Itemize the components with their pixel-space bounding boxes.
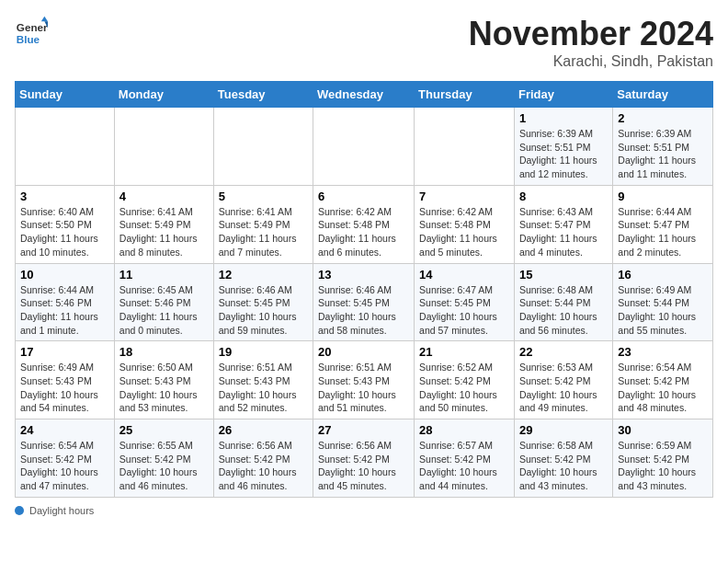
- calendar-cell: 2Sunrise: 6:39 AM Sunset: 5:51 PM Daylig…: [613, 108, 713, 186]
- day-info: Sunrise: 6:44 AM Sunset: 5:47 PM Dayligh…: [618, 205, 708, 259]
- day-info: Sunrise: 6:51 AM Sunset: 5:43 PM Dayligh…: [219, 361, 308, 415]
- day-info: Sunrise: 6:55 AM Sunset: 5:42 PM Dayligh…: [119, 439, 209, 493]
- calendar-cell: [415, 108, 515, 186]
- day-number: 24: [20, 423, 109, 437]
- day-info: Sunrise: 6:42 AM Sunset: 5:48 PM Dayligh…: [419, 205, 509, 259]
- svg-text:Blue: Blue: [17, 33, 40, 45]
- day-info: Sunrise: 6:49 AM Sunset: 5:43 PM Dayligh…: [20, 361, 109, 415]
- day-number: 1: [519, 111, 608, 125]
- page-header: General Blue November 2024 Karachi, Sind…: [15, 15, 713, 70]
- day-number: 30: [618, 423, 708, 437]
- calendar-cell: 16Sunrise: 6:49 AM Sunset: 5:44 PM Dayli…: [613, 263, 713, 341]
- header-day-thursday: Thursday: [415, 82, 515, 108]
- calendar-cell: 13Sunrise: 6:46 AM Sunset: 5:45 PM Dayli…: [313, 263, 415, 341]
- week-row-2: 3Sunrise: 6:40 AM Sunset: 5:50 PM Daylig…: [16, 185, 713, 263]
- day-info: Sunrise: 6:54 AM Sunset: 5:42 PM Dayligh…: [20, 439, 109, 493]
- calendar-cell: 27Sunrise: 6:56 AM Sunset: 5:42 PM Dayli…: [313, 419, 415, 498]
- day-info: Sunrise: 6:49 AM Sunset: 5:44 PM Dayligh…: [618, 283, 708, 338]
- day-info: Sunrise: 6:39 AM Sunset: 5:51 PM Dayligh…: [618, 127, 708, 181]
- day-info: Sunrise: 6:56 AM Sunset: 5:42 PM Dayligh…: [219, 439, 308, 493]
- day-info: Sunrise: 6:44 AM Sunset: 5:46 PM Dayligh…: [20, 283, 109, 338]
- title-block: November 2024 Karachi, Sindh, Pakistan: [469, 15, 713, 70]
- day-number: 3: [20, 190, 109, 203]
- day-info: Sunrise: 6:59 AM Sunset: 5:42 PM Dayligh…: [618, 439, 708, 493]
- calendar-cell: 26Sunrise: 6:56 AM Sunset: 5:42 PM Dayli…: [213, 419, 313, 498]
- day-info: Sunrise: 6:56 AM Sunset: 5:42 PM Dayligh…: [318, 439, 409, 493]
- calendar-cell: 5Sunrise: 6:41 AM Sunset: 5:49 PM Daylig…: [213, 185, 313, 263]
- logo-icon: General Blue: [15, 15, 48, 48]
- calendar-cell: 14Sunrise: 6:47 AM Sunset: 5:45 PM Dayli…: [415, 263, 515, 341]
- day-number: 2: [618, 111, 708, 125]
- calendar-cell: [213, 108, 313, 186]
- day-info: Sunrise: 6:39 AM Sunset: 5:51 PM Dayligh…: [519, 127, 608, 181]
- header-day-tuesday: Tuesday: [213, 82, 313, 108]
- calendar-cell: 21Sunrise: 6:52 AM Sunset: 5:42 PM Dayli…: [415, 341, 515, 419]
- calendar-header: SundayMondayTuesdayWednesdayThursdayFrid…: [16, 82, 713, 108]
- day-number: 14: [419, 268, 509, 282]
- day-number: 19: [219, 345, 308, 359]
- day-info: Sunrise: 6:52 AM Sunset: 5:42 PM Dayligh…: [419, 361, 509, 415]
- day-info: Sunrise: 6:46 AM Sunset: 5:45 PM Dayligh…: [318, 283, 409, 338]
- calendar-cell: [16, 108, 115, 186]
- day-info: Sunrise: 6:46 AM Sunset: 5:45 PM Dayligh…: [219, 283, 308, 338]
- day-number: 16: [618, 268, 708, 282]
- calendar-cell: 22Sunrise: 6:53 AM Sunset: 5:42 PM Dayli…: [514, 341, 612, 419]
- day-number: 25: [119, 423, 209, 437]
- svg-marker-2: [41, 17, 48, 21]
- logo: General Blue: [15, 15, 48, 48]
- calendar-cell: 29Sunrise: 6:58 AM Sunset: 5:42 PM Dayli…: [514, 419, 612, 498]
- day-info: Sunrise: 6:47 AM Sunset: 5:45 PM Dayligh…: [419, 283, 509, 338]
- day-info: Sunrise: 6:48 AM Sunset: 5:44 PM Dayligh…: [519, 283, 608, 338]
- day-info: Sunrise: 6:42 AM Sunset: 5:48 PM Dayligh…: [318, 205, 409, 259]
- day-number: 17: [20, 345, 109, 359]
- day-number: 4: [119, 190, 209, 203]
- calendar-cell: 4Sunrise: 6:41 AM Sunset: 5:49 PM Daylig…: [114, 185, 213, 263]
- day-info: Sunrise: 6:58 AM Sunset: 5:42 PM Dayligh…: [519, 439, 608, 493]
- day-number: 23: [618, 345, 708, 359]
- day-info: Sunrise: 6:53 AM Sunset: 5:42 PM Dayligh…: [519, 361, 608, 415]
- legend: Daylight hours: [15, 505, 713, 516]
- svg-text:General: General: [17, 21, 48, 33]
- day-number: 5: [219, 190, 308, 203]
- week-row-4: 17Sunrise: 6:49 AM Sunset: 5:43 PM Dayli…: [16, 341, 713, 419]
- calendar-cell: 11Sunrise: 6:45 AM Sunset: 5:46 PM Dayli…: [114, 263, 213, 341]
- day-number: 20: [318, 345, 409, 359]
- calendar-cell: 6Sunrise: 6:42 AM Sunset: 5:48 PM Daylig…: [313, 185, 415, 263]
- day-info: Sunrise: 6:54 AM Sunset: 5:42 PM Dayligh…: [618, 361, 708, 415]
- calendar-table: SundayMondayTuesdayWednesdayThursdayFrid…: [15, 81, 713, 498]
- calendar-cell: 18Sunrise: 6:50 AM Sunset: 5:43 PM Dayli…: [114, 341, 213, 419]
- header-row: SundayMondayTuesdayWednesdayThursdayFrid…: [16, 82, 713, 108]
- legend-item-daylight: Daylight hours: [15, 505, 94, 516]
- calendar-cell: 30Sunrise: 6:59 AM Sunset: 5:42 PM Dayli…: [613, 419, 713, 498]
- day-number: 22: [519, 345, 608, 359]
- calendar-cell: 17Sunrise: 6:49 AM Sunset: 5:43 PM Dayli…: [16, 341, 115, 419]
- day-number: 12: [219, 268, 308, 282]
- calendar-cell: 1Sunrise: 6:39 AM Sunset: 5:51 PM Daylig…: [514, 108, 612, 186]
- day-number: 28: [419, 423, 509, 437]
- day-number: 27: [318, 423, 409, 437]
- day-info: Sunrise: 6:45 AM Sunset: 5:46 PM Dayligh…: [119, 283, 209, 338]
- location: Karachi, Sindh, Pakistan: [469, 53, 713, 70]
- day-number: 10: [20, 268, 109, 282]
- day-number: 8: [519, 190, 608, 203]
- calendar-cell: 9Sunrise: 6:44 AM Sunset: 5:47 PM Daylig…: [613, 185, 713, 263]
- day-info: Sunrise: 6:57 AM Sunset: 5:42 PM Dayligh…: [419, 439, 509, 493]
- day-number: 6: [318, 190, 409, 203]
- calendar-cell: 3Sunrise: 6:40 AM Sunset: 5:50 PM Daylig…: [16, 185, 115, 263]
- header-day-saturday: Saturday: [613, 82, 713, 108]
- day-number: 18: [119, 345, 209, 359]
- header-day-wednesday: Wednesday: [313, 82, 415, 108]
- calendar-cell: [313, 108, 415, 186]
- calendar-cell: [114, 108, 213, 186]
- calendar-cell: 24Sunrise: 6:54 AM Sunset: 5:42 PM Dayli…: [16, 419, 115, 498]
- day-number: 15: [519, 268, 608, 282]
- calendar-cell: 19Sunrise: 6:51 AM Sunset: 5:43 PM Dayli…: [213, 341, 313, 419]
- day-info: Sunrise: 6:50 AM Sunset: 5:43 PM Dayligh…: [119, 361, 209, 415]
- header-day-sunday: Sunday: [16, 82, 115, 108]
- legend-dot: [15, 506, 24, 515]
- day-number: 29: [519, 423, 608, 437]
- week-row-5: 24Sunrise: 6:54 AM Sunset: 5:42 PM Dayli…: [16, 419, 713, 498]
- day-number: 26: [219, 423, 308, 437]
- week-row-1: 1Sunrise: 6:39 AM Sunset: 5:51 PM Daylig…: [16, 108, 713, 186]
- day-info: Sunrise: 6:43 AM Sunset: 5:47 PM Dayligh…: [519, 205, 608, 259]
